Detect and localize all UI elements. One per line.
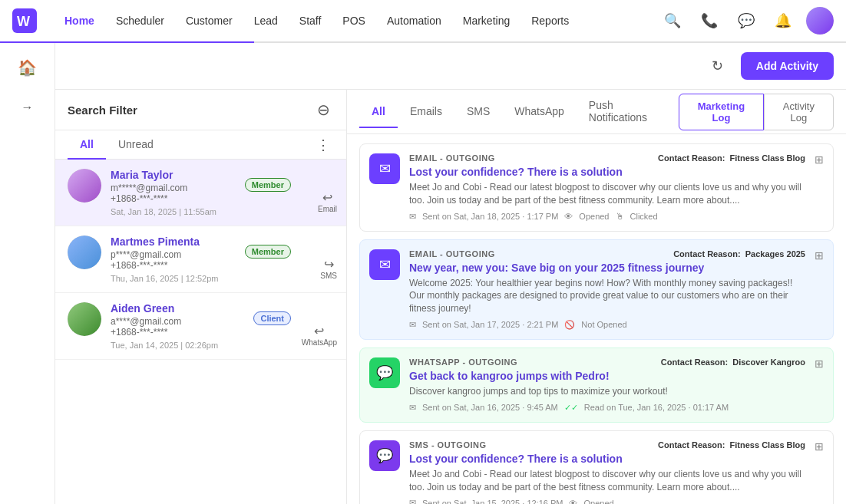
nav-reports[interactable]: Reports	[522, 10, 578, 31]
sidebar-arrow-icon[interactable]: →	[12, 92, 43, 123]
contact-list: Maria Taylor m*****@gmail.com +1868-***-…	[55, 160, 346, 504]
not-opened-status: Not Opened	[581, 320, 626, 329]
marketing-log-button[interactable]: Marketing Log	[679, 94, 764, 130]
channel-tab-push[interactable]: Push Notifications	[577, 90, 679, 134]
contact-action: ↪ SMS	[320, 257, 337, 280]
contact-action: ↩ WhatsApp	[302, 324, 337, 347]
contact-name: Aiden Green	[111, 302, 334, 315]
expand-icon[interactable]: ⊞	[815, 357, 824, 370]
sent-time: Sent on Sat, Jan 18, 2025 · 1:17 PM	[422, 212, 558, 221]
contact-time: Thu, Jan 16, 2025 | 12:52pm	[111, 274, 334, 283]
channel-tab-whatsapp[interactable]: WhatsApp	[502, 96, 577, 128]
activity-title[interactable]: Lost your confidence? There is a solutio…	[409, 166, 805, 178]
nav-automation[interactable]: Automation	[378, 10, 451, 31]
log-toggle: Marketing Log Activity Log	[679, 94, 834, 130]
nav-lead[interactable]: Lead	[245, 10, 287, 31]
contact-tabs: All Unread ⋮	[55, 130, 346, 160]
nav-icons: 🔍 📞 💬 🔔	[659, 7, 834, 35]
clicked-status: Clicked	[630, 212, 658, 221]
left-sidebar: 🏠 →	[0, 43, 55, 504]
contact-badge: Member	[245, 245, 291, 259]
read-icon: ✓✓	[564, 403, 578, 413]
whatsapp-button[interactable]: 💬	[732, 7, 760, 35]
email-icon: ↩	[322, 190, 332, 205]
expand-icon[interactable]: ⊞	[815, 153, 824, 166]
activity-item[interactable]: ✉ EMAIL - OUTGOING Contact Reason: Packa…	[359, 239, 834, 340]
contact-phone: +1868-***-****	[111, 327, 334, 338]
contact-badge: Member	[245, 178, 291, 192]
activity-reason: Contact Reason: Fitness Class Blog	[658, 153, 805, 163]
phone-button[interactable]: 📞	[696, 7, 723, 35]
nav-scheduler[interactable]: Scheduler	[107, 10, 173, 31]
activity-type: EMAIL - OUTGOING	[409, 249, 495, 259]
nav-marketing[interactable]: Marketing	[454, 10, 519, 31]
activity-title[interactable]: Get back to kangroo jumps with Pedro!	[409, 370, 805, 382]
add-activity-button[interactable]: Add Activity	[741, 52, 834, 80]
activity-type: SMS - OUTGOING	[409, 440, 487, 450]
user-avatar[interactable]	[806, 7, 834, 35]
activity-type: EMAIL - OUTGOING	[409, 153, 495, 163]
svg-text:W: W	[17, 14, 30, 29]
clicked-icon: 🖱	[616, 212, 624, 221]
sent-icon: ✉	[409, 498, 416, 504]
sent-icon: ✉	[409, 320, 416, 330]
activity-log-button[interactable]: Activity Log	[764, 94, 834, 130]
refresh-button[interactable]: ↻	[704, 52, 732, 80]
content-area: Search Filter ⊖ All Unread ⋮ Maria Taylo…	[55, 90, 846, 504]
activity-body: Meet Jo and Cobi - Read our latest blogp…	[409, 468, 805, 494]
notifications-button[interactable]: 🔔	[769, 7, 797, 35]
whatsapp-activity-icon: 💬	[369, 357, 400, 388]
nav-pos[interactable]: POS	[333, 10, 375, 31]
contact-badge: Client	[253, 311, 291, 325]
contact-phone: +1868-***-****	[111, 260, 334, 271]
collapse-button[interactable]: ⊖	[312, 99, 334, 120]
contact-name: Martmes Pimenta	[111, 236, 334, 248]
activity-item[interactable]: 💬 WHATSAPP - OUTGOING Contact Reason: Di…	[359, 348, 834, 423]
contact-info: Martmes Pimenta p****@gmail.com +1868-**…	[111, 236, 334, 283]
sent-time: Sent on Sat, Jan 17, 2025 · 2:21 PM	[422, 320, 558, 329]
expand-icon[interactable]: ⊞	[815, 440, 824, 453]
activity-meta: ✉ Sent on Sat, Jan 15, 2025 · 12:16 PM 👁…	[409, 498, 805, 504]
contact-email: a****@gmail.com	[111, 316, 334, 327]
app-logo[interactable]: W	[12, 8, 37, 33]
channel-tab-sms[interactable]: SMS	[454, 96, 502, 128]
channel-tab-all[interactable]: All	[359, 96, 398, 128]
activity-title[interactable]: Lost your confidence? There is a solutio…	[409, 453, 805, 465]
expand-icon[interactable]: ⊞	[815, 249, 824, 262]
search-button[interactable]: 🔍	[659, 7, 686, 35]
nav-home[interactable]: Home	[55, 10, 104, 31]
tab-menu-icon[interactable]: ⋮	[312, 134, 334, 156]
channel-tab-emails[interactable]: Emails	[398, 96, 454, 128]
contact-item[interactable]: Martmes Pimenta p****@gmail.com +1868-**…	[55, 226, 346, 293]
whatsapp-action-icon: ↩	[314, 324, 324, 338]
sidebar-home-icon[interactable]: 🏠	[12, 52, 43, 83]
contact-item[interactable]: Aiden Green a****@gmail.com +1868-***-**…	[55, 293, 346, 360]
contact-email: p****@gmail.com	[111, 249, 334, 260]
activity-content: SMS - OUTGOING Contact Reason: Fitness C…	[409, 440, 805, 504]
activity-item[interactable]: 💬 SMS - OUTGOING Contact Reason: Fitness…	[359, 430, 834, 504]
tab-unread[interactable]: Unread	[106, 130, 166, 160]
activity-item[interactable]: ✉ EMAIL - OUTGOING Contact Reason: Fitne…	[359, 143, 834, 232]
action-label: WhatsApp	[302, 338, 337, 347]
activity-reason: Contact Reason: Fitness Class Blog	[658, 440, 805, 450]
contact-info: Aiden Green a****@gmail.com +1868-***-**…	[111, 302, 334, 350]
nav-customer[interactable]: Customer	[177, 10, 242, 31]
top-navigation: W Home Scheduler Customer Lead Staff POS…	[0, 0, 846, 43]
contact-action: ↩ Email	[318, 190, 337, 213]
activity-title[interactable]: New year, new you: Save big on your 2025…	[409, 262, 805, 274]
main-content: ↻ Add Activity Search Filter ⊖ All Unrea…	[55, 43, 846, 504]
contact-phone: +1868-***-****	[111, 193, 334, 204]
contact-item[interactable]: Maria Taylor m*****@gmail.com +1868-***-…	[55, 160, 346, 226]
sent-time: Sent on Sat, Jan 15, 2025 · 12:16 PM	[422, 499, 563, 504]
sms-icon: ↪	[324, 257, 334, 272]
sent-icon: ✉	[409, 403, 416, 413]
tab-all[interactable]: All	[68, 130, 106, 160]
avatar	[68, 302, 101, 336]
contact-email: m*****@gmail.com	[111, 183, 334, 193]
nav-staff[interactable]: Staff	[290, 10, 331, 31]
contact-time: Sat, Jan 18, 2025 | 11:55am	[111, 207, 334, 216]
activity-body: Discover kangroo jumps and top tips to m…	[409, 385, 805, 398]
channel-tabs: All Emails SMS WhatsApp Push Notificatio…	[347, 90, 846, 134]
search-filter-bar: Search Filter ⊖	[55, 90, 346, 130]
top-bar: ↻ Add Activity	[55, 43, 846, 90]
